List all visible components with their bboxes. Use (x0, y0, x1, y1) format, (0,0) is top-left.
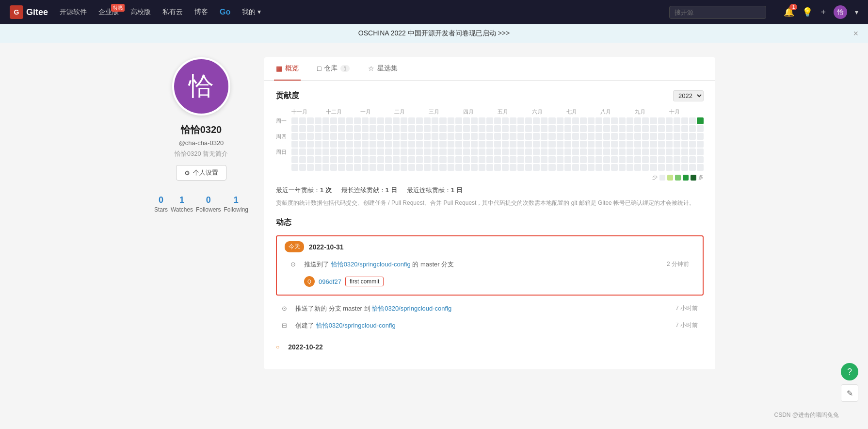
contrib-cell (346, 148, 353, 155)
notification-count: 1 (789, 4, 797, 10)
month-label: 七月 (566, 108, 601, 116)
contrib-cell (432, 156, 438, 163)
contrib-cell (642, 148, 649, 155)
stat-watches[interactable]: 1 Watches (171, 195, 193, 213)
commit-hash-link[interactable]: 096df27 (319, 278, 341, 285)
stat-following[interactable]: 1 Following (224, 195, 248, 213)
contrib-cell (619, 117, 626, 124)
search-input[interactable] (669, 6, 766, 19)
year-selector[interactable]: 2022 2021 2020 (673, 90, 704, 101)
contrib-cell (408, 156, 415, 163)
contrib-cell (666, 164, 673, 171)
contrib-cell (580, 117, 587, 124)
contrib-cell (346, 125, 353, 132)
contrib-cell (432, 125, 438, 132)
activity-date-header-today: 今天 2022-10-31 (285, 241, 695, 252)
nav-private[interactable]: 私有云 (162, 8, 183, 16)
gift-icon[interactable]: 💡 (802, 7, 813, 17)
top-nav: G Gitee 开源软件 企业版 特惠 高校版 私有云 博客 Go 我的 ▾ 🔔… (0, 0, 868, 24)
contrib-cell (338, 141, 345, 148)
nav-go[interactable]: Go (220, 8, 230, 16)
contrib-cell (370, 125, 376, 132)
contrib-cell (370, 141, 376, 148)
contrib-cell (689, 125, 696, 132)
contrib-cell (619, 141, 626, 148)
contrib-cell (627, 148, 633, 155)
contrib-cell (548, 125, 555, 132)
tab-repos[interactable]: □ 仓库 1 (315, 57, 352, 81)
stat-followers[interactable]: 0 Followers (196, 195, 221, 213)
nav-blog[interactable]: 博客 (194, 8, 208, 16)
repo-link-springcloud[interactable]: 恰恰0320/springcloud-config (331, 261, 411, 268)
contribution-section: 贡献度 2022 2021 2020 十一月十二月一月二月三月四月五月六月七月八… (264, 81, 715, 217)
activity-title: 动态 (276, 217, 704, 228)
contrib-cell (463, 141, 470, 148)
personal-settings-button[interactable]: ⚙ 个人设置 (176, 165, 226, 181)
contrib-cell (377, 117, 384, 124)
stat-stars[interactable]: 0 Stars (154, 195, 168, 213)
contrib-cell (322, 141, 329, 148)
contrib-cell (377, 125, 384, 132)
contrib-cell (697, 125, 704, 132)
repos-count-badge: 1 (340, 65, 349, 72)
contrib-cell (291, 148, 298, 155)
nav-enterprise[interactable]: 企业版 特惠 (98, 8, 119, 16)
nav-university[interactable]: 高校版 (130, 8, 151, 16)
contrib-cell (494, 156, 501, 163)
month-label: 二月 (394, 108, 429, 116)
contrib-cell (416, 141, 423, 148)
nav-logo[interactable]: G Gitee (10, 5, 48, 19)
contrib-cell (588, 125, 595, 132)
contrib-cell (525, 117, 532, 124)
contrib-cell (486, 164, 493, 171)
contrib-cell (611, 164, 618, 171)
contrib-cell (330, 125, 337, 132)
contrib-cell (557, 156, 563, 163)
nav-mine[interactable]: 我的 ▾ (242, 8, 261, 16)
contrib-cell (455, 148, 462, 155)
following-count: 1 (234, 195, 239, 205)
contrib-cell (681, 117, 688, 124)
contrib-cell (595, 117, 602, 124)
repo-link-springcloud2[interactable]: 恰恰0320/springcloud-config (372, 305, 451, 312)
contrib-cell (588, 117, 595, 124)
notification-icon[interactable]: 🔔 1 (784, 7, 794, 17)
contrib-cell (627, 141, 633, 148)
contrib-cell (603, 141, 610, 148)
contrib-cell (494, 164, 501, 171)
contrib-cell (650, 133, 657, 140)
tab-overview[interactable]: ▦ 概览 (274, 57, 301, 81)
contrib-cell (307, 125, 314, 132)
contrib-cell (385, 141, 392, 148)
contrib-cell (455, 133, 462, 140)
help-button[interactable]: ? (841, 363, 858, 380)
repo-link-springcloud3[interactable]: 恰恰0320/springcloud-config (316, 322, 396, 329)
contrib-cell (658, 156, 665, 163)
contrib-cell (650, 141, 657, 148)
banner-close-button[interactable]: × (853, 29, 858, 39)
contrib-cell (471, 125, 478, 132)
contrib-cell (416, 133, 423, 140)
plus-icon[interactable]: + (820, 7, 826, 17)
contrib-cell (362, 125, 369, 132)
watches-count: 1 (179, 195, 184, 205)
avatar-dropdown-icon[interactable]: ▾ (855, 8, 858, 16)
contrib-cell (689, 117, 696, 124)
user-avatar[interactable]: 恰 (834, 5, 847, 19)
contrib-cell (432, 117, 438, 124)
nav-opensource[interactable]: 开源软件 (60, 8, 87, 16)
contrib-cell (510, 125, 516, 132)
contrib-cell (681, 148, 688, 155)
create-time: 7 小时前 (675, 321, 698, 330)
contrib-cell (642, 141, 649, 148)
contrib-cell (510, 164, 516, 171)
activity-item-push: ⊙ 推送到了 恰恰0320/springcloud-config 的 maste… (285, 256, 695, 273)
contrib-cell (650, 125, 657, 132)
contrib-cell (595, 164, 602, 171)
contrib-cell (674, 156, 680, 163)
contrib-cell (291, 133, 298, 140)
contrib-cell (580, 148, 587, 155)
tab-starred[interactable]: ☆ 星选集 (366, 57, 400, 81)
contrib-cell (354, 117, 361, 124)
contrib-cell (424, 141, 431, 148)
